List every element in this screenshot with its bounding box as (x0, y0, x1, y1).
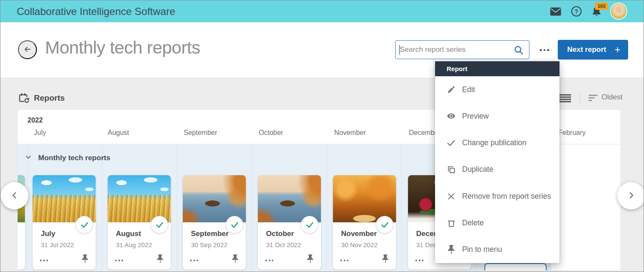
notification-badge: 102 (595, 3, 608, 10)
column-divider (102, 144, 103, 270)
pin-icon[interactable] (232, 254, 239, 265)
next-report-label: Next report (567, 45, 606, 54)
card-more-icon[interactable] (415, 257, 423, 264)
column-divider (327, 144, 327, 270)
report-context-menu: Report Edit Preview Change publication (435, 61, 559, 263)
next-report-button[interactable]: Next report + (558, 40, 628, 60)
timeline-year: 2022 (27, 117, 43, 124)
card-more-icon[interactable] (340, 257, 348, 264)
list-view-icon[interactable] (559, 94, 571, 104)
chevron-down-icon (25, 154, 32, 162)
report-card-october[interactable]: October 31 Oct 2022 (258, 175, 321, 269)
group-label: Monthly tech reports (38, 154, 110, 162)
report-card-august[interactable]: August 31 Aug 2022 (108, 175, 171, 269)
card-title: August (116, 230, 141, 238)
menu-item-change-publication[interactable]: Change publication (435, 130, 559, 156)
chevron-left-icon (10, 191, 19, 201)
card-date: 31 Aug 2022 (116, 241, 152, 248)
menu-item-preview[interactable]: Preview (435, 103, 559, 129)
back-button[interactable] (18, 40, 37, 59)
published-check-icon (301, 216, 318, 233)
menu-item-label: Delete (462, 218, 484, 227)
card-more-icon[interactable] (190, 257, 198, 264)
card-title: November (341, 230, 377, 238)
report-card-november[interactable]: November 30 Nov 2022 (333, 175, 396, 269)
scroll-left-button[interactable] (1, 182, 28, 209)
mail-icon[interactable] (550, 7, 561, 18)
card-more-icon[interactable] (115, 257, 123, 264)
month-label-september: September (184, 129, 217, 137)
pin-icon[interactable] (382, 254, 389, 265)
card-date: 30 Sep 2022 (191, 241, 227, 248)
column-divider (177, 144, 177, 270)
month-label-november: November (334, 129, 366, 137)
month-label-october: October (259, 129, 283, 137)
section-title: Reports (34, 93, 65, 103)
search-icon[interactable] (514, 45, 524, 57)
eye-icon (446, 111, 456, 121)
calendar-sync-icon (18, 93, 30, 106)
report-thumbnail (33, 175, 96, 222)
card-title: October (266, 230, 294, 238)
column-divider (251, 144, 252, 270)
menu-item-label: Remove from report series (462, 192, 551, 201)
card-title: September (191, 230, 229, 238)
sort-icon (589, 93, 598, 101)
report-thumbnail (258, 175, 321, 222)
published-check-icon (376, 216, 393, 233)
help-icon[interactable]: ? (571, 6, 582, 18)
menu-item-edit[interactable]: Edit (435, 76, 559, 103)
pin-icon[interactable] (157, 254, 164, 265)
report-thumbnail (333, 175, 396, 222)
trash-icon (446, 218, 456, 228)
svg-text:?: ? (574, 8, 578, 15)
pin-icon[interactable] (82, 254, 89, 265)
context-menu-items: Edit Preview Change publication Duplicat… (435, 76, 559, 263)
report-card-july[interactable]: July 31 Jul 2022 (33, 175, 96, 269)
menu-item-label: Change publication (462, 138, 526, 147)
chevron-right-icon (627, 191, 635, 201)
menu-item-remove-from-series[interactable]: Remove from report series (435, 183, 559, 209)
more-options-icon (540, 49, 542, 51)
sort-label: Oldest (602, 93, 623, 102)
menu-item-label: Edit (462, 85, 475, 94)
app-title: Collaborative Intelligence Software (17, 0, 175, 22)
column-divider (27, 144, 28, 270)
search-input[interactable] (400, 42, 509, 58)
report-thumbnail (108, 175, 171, 222)
menu-item-label: Duplicate (462, 165, 493, 174)
card-more-icon[interactable] (40, 257, 48, 264)
pin-icon[interactable] (307, 254, 314, 265)
pencil-icon (446, 85, 456, 94)
month-label-february: February (558, 129, 586, 137)
menu-item-delete[interactable]: Delete (435, 209, 559, 236)
check-icon (446, 138, 456, 148)
context-menu-title: Report (435, 61, 559, 76)
menu-item-label: Pin to menu (462, 245, 502, 254)
card-date: 30 Nov 2022 (341, 241, 378, 248)
card-more-icon[interactable] (265, 257, 273, 264)
search-box (395, 40, 529, 59)
group-header[interactable]: Monthly tech reports (25, 154, 110, 162)
column-divider (401, 144, 402, 270)
published-check-icon (76, 216, 93, 233)
duplicate-icon (446, 165, 456, 174)
page-title: Monthly tech reports (45, 38, 200, 58)
month-label-august: August (108, 129, 129, 137)
remove-x-icon (446, 192, 456, 201)
toolbar-divider (580, 92, 580, 104)
pin-icon (446, 245, 456, 254)
more-options-button[interactable] (536, 45, 553, 56)
back-arrow-icon (23, 45, 32, 55)
menu-item-pin-to-menu[interactable]: Pin to menu (435, 236, 559, 263)
card-title: July (41, 230, 55, 238)
menu-item-label: Preview (462, 112, 489, 121)
menu-item-duplicate[interactable]: Duplicate (435, 156, 559, 183)
user-avatar[interactable] (611, 3, 626, 19)
sort-button[interactable]: Oldest (589, 93, 623, 102)
report-card-september[interactable]: September 30 Sep 2022 (183, 175, 246, 269)
report-thumbnail (183, 175, 246, 222)
selected-card-partial[interactable] (484, 263, 547, 270)
card-date: 31 Jul 2022 (41, 241, 74, 248)
scroll-right-button[interactable] (617, 182, 644, 209)
